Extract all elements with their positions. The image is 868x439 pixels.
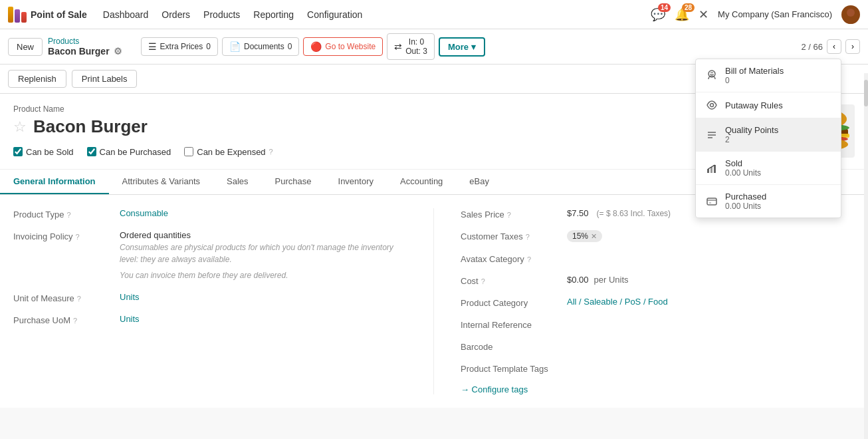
avatax-help[interactable]: ? xyxy=(527,255,531,263)
nav-reporting[interactable]: Reporting xyxy=(253,9,294,20)
configure-tags-link[interactable]: → Configure tags xyxy=(461,384,855,394)
unit-of-measure-label: Unit of Measure ? xyxy=(13,292,120,303)
in-out-button[interactable]: ⇄ In: 0Out: 3 xyxy=(387,33,435,60)
dropdown-quality[interactable]: Quality Points 2 xyxy=(696,118,841,152)
can-be-expensed-label: Can be Expensed xyxy=(197,147,265,157)
sales-price-amount[interactable]: $7.50 xyxy=(567,208,589,218)
can-be-expensed-checkbox[interactable]: Can be Expensed ? xyxy=(184,147,272,157)
can-be-sold-checkbox[interactable]: Can be Sold xyxy=(13,147,74,157)
unit-of-measure-help[interactable]: ? xyxy=(77,295,81,303)
dropdown-sold[interactable]: Sold 0.00 Units xyxy=(696,152,841,185)
internal-ref-label: Internal Reference xyxy=(461,319,567,330)
messages-button[interactable]: 💬 14 xyxy=(651,7,665,22)
tab-purchase[interactable]: Purchase xyxy=(262,170,325,194)
product-category-row: Product Category All / Saleable / PoS / … xyxy=(461,297,855,308)
unit-of-measure-row: Unit of Measure ? Units xyxy=(13,292,407,303)
chevron-down-icon: ▾ xyxy=(471,42,476,52)
form-left: Product Name ☆ Can be Sold Can be Purcha… xyxy=(13,104,775,158)
nav-products[interactable]: Products xyxy=(203,9,240,20)
product-type-value[interactable]: Consumable xyxy=(120,208,407,218)
next-button[interactable]: › xyxy=(845,39,860,54)
transfer-icon: ⇄ xyxy=(394,41,402,52)
svg-rect-9 xyxy=(707,169,709,173)
tab-attributes-variants[interactable]: Attributes & Variants xyxy=(109,170,214,194)
svg-point-1 xyxy=(844,18,857,24)
invoicing-policy-hint1: Consumables are physical products for wh… xyxy=(120,241,407,265)
dropdown-bom-text: Bill of Materials 0 xyxy=(725,66,784,85)
product-type-help[interactable]: ? xyxy=(66,211,70,219)
purchase-uom-help[interactable]: ? xyxy=(73,317,77,325)
favorite-icon[interactable]: ☆ xyxy=(13,118,27,136)
template-tags-row: Product Template Tags xyxy=(461,363,855,374)
cost-amount[interactable]: $0.00 xyxy=(567,275,589,285)
extra-prices-button[interactable]: ☰ Extra Prices 0 xyxy=(141,37,218,56)
nav-orders[interactable]: Orders xyxy=(162,9,190,20)
svg-rect-10 xyxy=(710,167,712,173)
can-be-purchased-label: Can be Purchased xyxy=(100,147,171,157)
print-labels-button[interactable]: Print Labels xyxy=(72,70,138,88)
dropdown-putaway-text: Putaway Rules xyxy=(725,100,783,110)
product-category-value[interactable]: All / Saleable / PoS / Food xyxy=(567,297,855,307)
prev-button[interactable]: ‹ xyxy=(827,39,841,54)
can-be-purchased-checkbox[interactable]: Can be Purchased xyxy=(87,147,171,157)
more-button[interactable]: More ▾ xyxy=(439,37,485,57)
cost-value: $0.00 per Units xyxy=(567,275,855,285)
dropdown-sold-text: Sold 0.00 Units xyxy=(725,158,761,178)
unit-of-measure-value[interactable]: Units xyxy=(120,292,407,302)
invoicing-policy-label: Invoicing Policy ? xyxy=(13,230,120,241)
avatar[interactable] xyxy=(841,5,860,24)
tab-general-information[interactable]: General Information xyxy=(0,170,109,194)
top-nav: Point of Sale Dashboard Orders Products … xyxy=(0,0,868,29)
settings-icon[interactable]: ⚙ xyxy=(114,46,122,57)
invoicing-policy-text[interactable]: Ordered quantities xyxy=(120,230,407,240)
breadcrumb-parent[interactable]: Products xyxy=(48,37,122,46)
documents-count: 0 xyxy=(288,42,292,51)
customer-taxes-value: 15% ✕ xyxy=(567,230,855,242)
nav-links: Dashboard Orders Products Reporting Conf… xyxy=(103,9,363,20)
nav-dashboard[interactable]: Dashboard xyxy=(103,9,149,20)
bom-count: 0 xyxy=(725,76,784,85)
tab-inventory[interactable]: Inventory xyxy=(325,170,387,194)
tab-sales[interactable]: Sales xyxy=(213,170,262,194)
documents-button[interactable]: 📄 Documents 0 xyxy=(222,37,299,56)
purchased-label: Purchased xyxy=(725,192,766,202)
nav-configuration[interactable]: Configuration xyxy=(307,9,362,20)
go-to-website-button[interactable]: 🔴 Go to Website xyxy=(303,37,383,56)
sales-price-help[interactable]: ? xyxy=(507,211,511,219)
dropdown-purchased[interactable]: Purchased 0.00 Units xyxy=(696,185,841,218)
scrollbar[interactable] xyxy=(864,73,868,408)
new-button[interactable]: New xyxy=(8,38,43,56)
purchase-uom-value[interactable]: Units xyxy=(120,314,407,324)
settings-button[interactable]: ✕ xyxy=(699,7,708,22)
barcode-label: Barcode xyxy=(461,341,567,352)
customer-taxes-help[interactable]: ? xyxy=(526,233,530,241)
product-name-input[interactable] xyxy=(33,116,775,137)
invoicing-policy-help[interactable]: ? xyxy=(76,233,80,241)
app-logo[interactable]: Point of Sale xyxy=(8,7,87,23)
pagination-text: 2 / 66 xyxy=(801,42,823,52)
cost-row: Cost ? $0.00 per Units xyxy=(461,275,855,286)
cost-help[interactable]: ? xyxy=(481,277,485,285)
checkboxes-row: Can be Sold Can be Purchased Can be Expe… xyxy=(13,145,775,158)
activity-button[interactable]: 🔔 28 xyxy=(675,7,689,22)
price-incl-taxes: (= $ 8.63 Incl. Taxes) xyxy=(597,209,671,218)
avatax-row: Avatax Category ? xyxy=(461,253,855,264)
activity-badge: 28 xyxy=(682,3,695,12)
quality-label: Quality Points xyxy=(725,125,778,135)
replenish-button[interactable]: Replenish xyxy=(8,70,66,88)
nav-right: 💬 14 🔔 28 ✕ My Company (San Francisco) xyxy=(651,5,860,24)
form-left-col: Product Type ? Consumable Invoicing Poli… xyxy=(13,208,434,394)
dropdown-bom[interactable]: Bill of Materials 0 xyxy=(696,59,841,92)
tab-ebay[interactable]: eBay xyxy=(456,170,502,194)
tax-tag-remove[interactable]: ✕ xyxy=(591,232,597,241)
expensed-help-icon: ? xyxy=(269,148,273,156)
website-icon: 🔴 xyxy=(310,41,322,52)
documents-label: Documents xyxy=(244,42,284,51)
avatax-label: Avatax Category ? xyxy=(461,253,567,264)
tab-accounting[interactable]: Accounting xyxy=(387,170,456,194)
dropdown-quality-text: Quality Points 2 xyxy=(725,125,778,144)
invoicing-policy-row: Invoicing Policy ? Ordered quantities Co… xyxy=(13,230,407,281)
product-name-row: ☆ xyxy=(13,116,775,137)
dropdown-putaway[interactable]: Putaway Rules xyxy=(696,92,841,118)
invoicing-policy-value: Ordered quantities Consumables are physi… xyxy=(120,230,407,281)
